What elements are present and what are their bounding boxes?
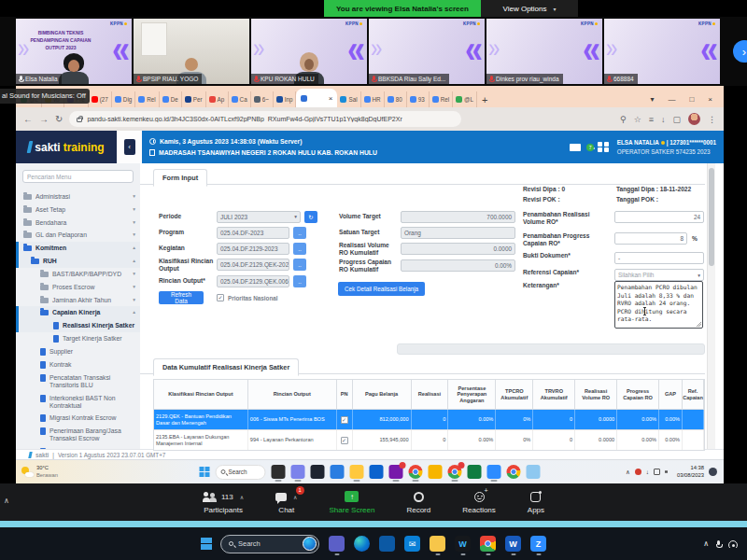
file-explorer-icon[interactable] [350, 465, 364, 479]
sidebar-item[interactable]: Kontrak [16, 358, 140, 371]
browser-tab[interactable]: (27 [89, 91, 112, 107]
zoom-icon[interactable]: Z [530, 536, 546, 552]
key-icon[interactable]: ⚲ [620, 115, 627, 124]
field-input[interactable]: - [614, 252, 704, 264]
chrome-profile-icon[interactable] [448, 465, 462, 479]
original-sound-toggle[interactable]: al Sound for Musicians: Off [0, 89, 90, 104]
sidebar-item[interactable]: Interkoneksi BAST Non Kontraktual [16, 392, 140, 413]
mail-icon[interactable]: ✉ [404, 536, 420, 552]
lookup-button[interactable]: .. [293, 243, 306, 255]
sidebar-item[interactable]: BAST/BAKP/BAPP/DYD▾ [16, 268, 140, 281]
start-button[interactable] [201, 538, 211, 550]
manual-book-icon[interactable] [570, 144, 581, 151]
url-input[interactable]: pandu-sakti.kemenkeu.go.id/3h4JC3S0dx-0A… [69, 111, 461, 127]
field-input[interactable]: 8 [614, 232, 687, 245]
record-button[interactable]: Record [406, 491, 430, 514]
side-panel-icon[interactable]: ▢ [672, 115, 681, 124]
browser-tab[interactable]: De [160, 91, 182, 107]
sidebar-item[interactable]: GL dan Pelaporan▾ [16, 229, 140, 242]
chrome-icon[interactable] [409, 465, 423, 479]
store-icon[interactable] [379, 536, 395, 552]
participant-tile[interactable]: BPSIP RIAU. YOGO [134, 19, 249, 84]
sidebar-item[interactable]: RUH▴ [16, 255, 140, 268]
teams-icon[interactable] [329, 536, 345, 552]
taskbar-search[interactable]: Search [216, 465, 266, 480]
sidebar-item[interactable]: Pencatatan Transaksi Transitoris BLU [16, 371, 140, 392]
sticky-notes-icon[interactable] [429, 465, 443, 479]
sidebar-item[interactable]: Supplier [16, 345, 140, 358]
field-input[interactable]: Silahkan Pilih▾ [614, 269, 704, 281]
wifi-icon[interactable] [728, 540, 738, 548]
chrome-icon[interactable] [480, 536, 496, 552]
browser-icon[interactable] [507, 465, 521, 479]
browser-tab[interactable]: Dig [112, 91, 135, 107]
sidebar-item[interactable]: Target Kinerja Satker [16, 332, 140, 345]
sidebar-item[interactable]: Proses Escrow▾ [16, 281, 140, 294]
excel-icon[interactable] [468, 465, 482, 479]
cek-detail-button[interactable]: Cek Detail Realisasi Belanja [338, 282, 425, 296]
participant-tile[interactable]: »«KPPN668884 [604, 19, 720, 84]
tray-red-badge-icon[interactable] [635, 469, 641, 475]
tray-caret-icon[interactable]: ∧ [703, 539, 709, 548]
bookmark-star-icon[interactable]: ☆ [634, 115, 641, 124]
profile-avatar[interactable] [688, 113, 700, 125]
field-input[interactable]: 025.04.DF.2129.QEK.006 [217, 275, 289, 287]
pn-checkbox[interactable]: ✓ [341, 416, 348, 424]
sidebar-item[interactable]: Administrasi▾ [16, 190, 140, 203]
taskbar-clock[interactable]: 14:38 03/08/2023 [677, 465, 704, 479]
webex-icon[interactable]: W [455, 536, 471, 552]
sidebar-item[interactable]: Bendahara▾ [16, 217, 140, 230]
browser-tab[interactable]: Sal [337, 91, 360, 107]
reactions-button[interactable]: +Reactions [462, 491, 496, 514]
sidebar-item[interactable]: Komitmen▴ [16, 242, 140, 255]
browser-tab[interactable]: Ca [229, 91, 251, 107]
browser-tab[interactable]: HR [361, 91, 385, 107]
browser-tab[interactable]: 93 [407, 91, 430, 107]
maximize-icon[interactable]: □ [689, 95, 694, 104]
sidebar-item[interactable]: Realisasi Kinerja Satker [16, 319, 140, 332]
sidebar-item[interactable]: Aset Tetap▾ [16, 203, 140, 217]
periode-select[interactable]: JULI 2023▾ [217, 211, 301, 223]
user-info[interactable]: ELSA NATALIA| 127301******0001 OPERATOR … [617, 138, 716, 156]
keterangan-textarea[interactable]: Penambahan PCRO dibulan Juli adalah 8,33… [614, 281, 703, 329]
apps-button[interactable]: Apps [528, 491, 544, 514]
browser-tab[interactable]: Ap [206, 91, 229, 107]
photos-icon[interactable] [527, 465, 541, 479]
sakti-logo[interactable]: sakti training [16, 131, 117, 163]
chat-button[interactable]: 1∧Chat [275, 491, 297, 514]
edge-icon[interactable] [354, 536, 370, 552]
reload-icon[interactable]: ↻ [55, 114, 63, 124]
browser-tab[interactable]: Inp [274, 91, 297, 107]
reading-list-icon[interactable]: ≡ [649, 115, 654, 124]
browser-tab[interactable]: Rel [430, 91, 453, 107]
participant-tile[interactable]: »«KPPNKPU ROKAN HULU [251, 19, 367, 84]
lookup-button[interactable]: .. [293, 275, 306, 287]
tray-speaker-icon[interactable] [665, 469, 672, 475]
file-explorer-icon[interactable] [430, 536, 445, 552]
participant-tile[interactable]: »«KPPNBIMBINGAN TEKNISPENDAMPINGAN CAPAI… [16, 19, 132, 84]
start-button[interactable] [200, 467, 210, 477]
new-tab-button[interactable]: + [482, 94, 487, 105]
close-icon[interactable]: × [708, 95, 712, 104]
sidebar-item[interactable]: Capaian Kinerja▴ [16, 306, 140, 319]
sidebar-item[interactable]: Penerimaan Barang/Jasa Transaksi Escrow [16, 425, 140, 445]
sidebar-item[interactable]: Informasi P3DN [16, 445, 140, 449]
lookup-button[interactable]: .. [293, 259, 306, 271]
apps-grid-icon[interactable] [598, 142, 609, 153]
sidebar-search-input[interactable] [23, 174, 133, 180]
prioritas-checkbox[interactable]: ✓ [217, 294, 224, 301]
refresh-data-button[interactable]: Refresh Data [159, 291, 204, 304]
download-icon[interactable]: ↓ [661, 115, 666, 124]
lookup-button[interactable]: .. [293, 227, 306, 239]
field-input[interactable]: 025.04.DF-2023 [217, 227, 289, 239]
browser-tab[interactable]: 6~ [251, 91, 274, 107]
weather-widget[interactable]: 30°C Berawan [16, 465, 58, 478]
word-icon[interactable]: W [505, 536, 521, 552]
mic-icon[interactable] [716, 540, 721, 548]
tab-close-icon[interactable]: × [329, 94, 333, 103]
refresh-period-button[interactable]: ↻ [304, 211, 317, 223]
chrome-menu-chevron-icon[interactable]: ▾ [650, 95, 654, 104]
browser-menu-icon[interactable]: ⋮ [708, 115, 716, 124]
browser-tab[interactable]: Rel [135, 91, 159, 107]
store-icon[interactable] [370, 465, 384, 479]
